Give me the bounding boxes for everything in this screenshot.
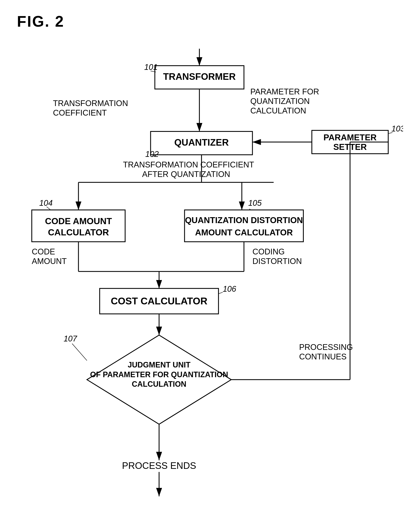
code-amount-calc-label: CODE AMOUNT xyxy=(45,216,112,226)
svg-line-37 xyxy=(72,344,87,361)
figure-title: FIG. 2 xyxy=(17,13,64,30)
ref-106: 106 xyxy=(223,284,236,293)
diagram-svg: TRANSFORMER 101 TRANSFORMATION COEFFICIE… xyxy=(17,42,403,509)
ref-103: 103 xyxy=(391,124,403,133)
judgment-unit-text: JUDGMENT UNIT xyxy=(128,361,191,369)
svg-text:AFTER QUANTIZATION: AFTER QUANTIZATION xyxy=(142,170,230,179)
ref-104: 104 xyxy=(39,199,53,207)
svg-text:AMOUNT CALCULATOR: AMOUNT CALCULATOR xyxy=(195,228,293,237)
coding-distortion-text: CODING xyxy=(252,247,285,256)
svg-line-33 xyxy=(218,292,223,294)
parameter-setter-label: PARAMETER xyxy=(323,133,377,142)
parameter-label: PARAMETER FOR xyxy=(250,87,319,96)
transf-coeff-after-label: TRANSFORMATION COEFFICIENT xyxy=(123,160,254,169)
ref-105: 105 xyxy=(248,199,262,207)
svg-text:COEFFICIENT: COEFFICIENT xyxy=(53,108,107,117)
transformation-coefficient-label: TRANSFORMATION xyxy=(53,99,128,108)
svg-text:CONTINUES: CONTINUES xyxy=(299,352,347,361)
svg-text:QUANTIZATION: QUANTIZATION xyxy=(250,97,310,106)
transformer-label: TRANSFORMER xyxy=(163,71,236,82)
svg-text:OF PARAMETER FOR QUANTIZATION: OF PARAMETER FOR QUANTIZATION xyxy=(90,370,228,379)
svg-text:AMOUNT: AMOUNT xyxy=(32,257,67,266)
ref-101: 101 xyxy=(144,63,158,71)
process-ends-label: PROCESS ENDS xyxy=(122,460,196,471)
svg-text:CALCULATOR: CALCULATOR xyxy=(48,227,109,237)
svg-text:DISTORTION: DISTORTION xyxy=(252,257,302,266)
quant-distortion-label: QUANTIZATION DISTORTION xyxy=(185,215,303,225)
svg-text:CALCULATION: CALCULATION xyxy=(132,380,186,388)
diagram-container: TRANSFORMER 101 TRANSFORMATION COEFFICIE… xyxy=(17,42,403,509)
ref-107: 107 xyxy=(63,334,77,343)
ref-102: 102 xyxy=(145,150,159,159)
svg-text:CALCULATION: CALCULATION xyxy=(250,106,306,115)
page: FIG. 2 TRANSFORMER 101 xyxy=(0,0,420,526)
code-amount-text: CODE xyxy=(32,247,55,256)
quantizer-label: QUANTIZER xyxy=(174,137,229,148)
processing-continues-label: PROCESSING xyxy=(299,343,353,352)
cost-calculator-label: COST CALCULATOR xyxy=(111,295,207,306)
